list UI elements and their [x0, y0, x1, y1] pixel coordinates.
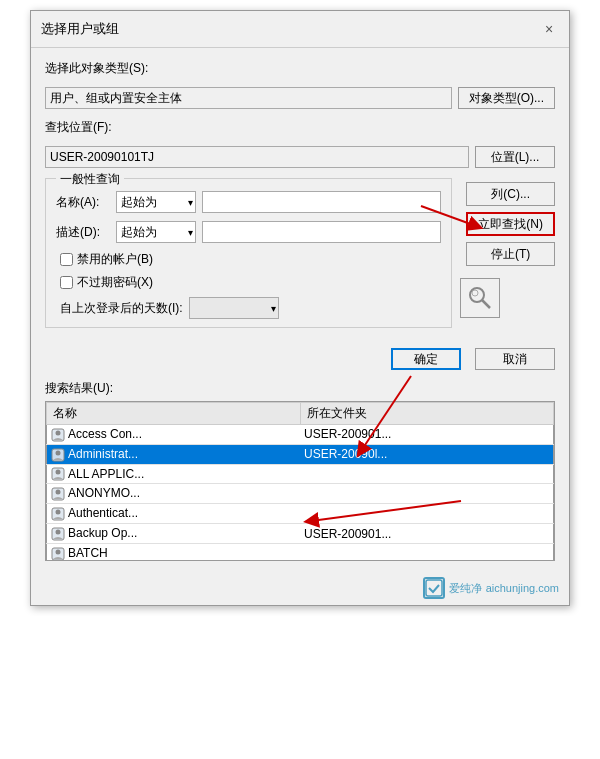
- results-label: 搜索结果(U):: [45, 380, 555, 397]
- location-input[interactable]: [45, 146, 469, 168]
- disabled-checkbox[interactable]: [60, 253, 73, 266]
- svg-point-8: [56, 470, 61, 475]
- dialog-body: 选择此对象类型(S): 对象类型(O)... 查找位置(F): 位置(L)...…: [31, 48, 569, 573]
- results-tbody: Access Con...USER-200901...Administrat..…: [47, 425, 554, 562]
- table-row[interactable]: Administrat...USER-20090l...: [47, 444, 554, 464]
- svg-point-12: [56, 510, 61, 515]
- table-row[interactable]: Backup Op...USER-200901...: [47, 524, 554, 544]
- select-user-dialog: 选择用户或组 × 选择此对象类型(S): 对象类型(O)... 查找位置(F):…: [30, 10, 570, 606]
- col-name-header: 名称: [47, 403, 301, 425]
- ok-button[interactable]: 确定: [391, 348, 461, 370]
- name-input[interactable]: [202, 191, 441, 213]
- location-button[interactable]: 位置(L)...: [475, 146, 555, 168]
- name-label: 名称(A):: [56, 194, 116, 211]
- cancel-button[interactable]: 取消: [475, 348, 555, 370]
- results-table: 名称 所在文件夹 Access Con...USER-200901...Admi…: [46, 402, 554, 561]
- disabled-checkbox-row: 禁用的帐户(B): [56, 251, 441, 268]
- cell-folder: [300, 464, 554, 484]
- cell-name: Authenticat...: [47, 504, 301, 524]
- magnifier-icon: [466, 284, 494, 312]
- watermark-area: 爱纯净 aichunjing.com: [31, 573, 569, 605]
- name-row: 名称(A): 起始为: [56, 191, 441, 213]
- svg-point-16: [56, 549, 61, 554]
- cell-folder: USER-200901...: [300, 524, 554, 544]
- desc-condition-select[interactable]: 起始为: [116, 221, 196, 243]
- days-select[interactable]: [189, 297, 279, 319]
- desc-condition-wrapper: 起始为: [116, 221, 196, 243]
- cell-folder: USER-20090l...: [300, 444, 554, 464]
- object-type-button[interactable]: 对象类型(O)...: [458, 87, 555, 109]
- desc-row: 描述(D): 起始为: [56, 221, 441, 243]
- days-row: 自上次登录后的天数(I):: [56, 297, 441, 319]
- col-folder-header: 所在文件夹: [300, 403, 554, 425]
- svg-point-2: [472, 290, 478, 296]
- disabled-label: 禁用的帐户(B): [77, 251, 153, 268]
- object-type-input-row: 对象类型(O)...: [45, 87, 555, 109]
- ok-cancel-row: 确定 取消: [45, 348, 555, 370]
- watermark-text: 爱纯净: [449, 581, 482, 596]
- col-button[interactable]: 列(C)...: [466, 182, 555, 206]
- watermark-icon: [423, 577, 445, 599]
- watermark-url: aichunjing.com: [486, 582, 559, 594]
- table-row[interactable]: ANONYMO...: [47, 484, 554, 504]
- name-condition-select[interactable]: 起始为: [116, 191, 196, 213]
- location-label-row: 查找位置(F):: [45, 119, 555, 136]
- cell-name: BATCH: [47, 543, 301, 561]
- close-button[interactable]: ×: [539, 19, 559, 39]
- close-icon: ×: [545, 21, 553, 37]
- svg-point-14: [56, 529, 61, 534]
- noexpire-label: 不过期密码(X): [77, 274, 153, 291]
- table-row[interactable]: Access Con...USER-200901...: [47, 425, 554, 445]
- table-header-row: 名称 所在文件夹: [47, 403, 554, 425]
- cell-name: Backup Op...: [47, 524, 301, 544]
- cell-name: ANONYMO...: [47, 484, 301, 504]
- general-query-inner: 名称(A): 起始为 描述(D):: [56, 187, 441, 319]
- svg-point-6: [56, 450, 61, 455]
- location-input-row: 位置(L)...: [45, 146, 555, 168]
- title-bar: 选择用户或组 ×: [31, 11, 569, 48]
- brand-icon: [425, 579, 443, 597]
- noexpire-checkbox-row: 不过期密码(X): [56, 274, 441, 291]
- cell-name: Access Con...: [47, 425, 301, 445]
- days-label: 自上次登录后的天数(I):: [60, 300, 183, 317]
- table-row[interactable]: BATCH: [47, 543, 554, 561]
- cell-folder: USER-200901...: [300, 425, 554, 445]
- object-type-row: 选择此对象类型(S):: [45, 60, 555, 77]
- general-query-title: 一般性查询: [56, 171, 124, 188]
- cell-name: Administrat...: [47, 444, 301, 464]
- cell-folder: [300, 504, 554, 524]
- cell-name: ALL APPLIC...: [47, 464, 301, 484]
- days-select-wrapper: [189, 297, 279, 319]
- svg-line-1: [482, 300, 490, 308]
- desc-label: 描述(D):: [56, 224, 116, 241]
- svg-rect-27: [426, 580, 442, 596]
- svg-point-10: [56, 490, 61, 495]
- results-section: 搜索结果(U): 名称 所在文件夹 Access Con...USER-2009…: [45, 380, 555, 561]
- object-type-label: 选择此对象类型(S):: [45, 60, 148, 77]
- stop-button[interactable]: 停止(T): [466, 242, 555, 266]
- desc-input[interactable]: [202, 221, 441, 243]
- general-query-section: 一般性查询 名称(A): 起始为: [45, 178, 452, 328]
- object-type-input[interactable]: [45, 87, 452, 109]
- results-scroll[interactable]: 名称 所在文件夹 Access Con...USER-200901...Admi…: [45, 401, 555, 561]
- dialog-title: 选择用户或组: [41, 20, 119, 38]
- find-now-button[interactable]: 立即查找(N): [466, 212, 555, 236]
- name-condition-wrapper: 起始为: [116, 191, 196, 213]
- location-label: 查找位置(F):: [45, 119, 112, 136]
- table-row[interactable]: Authenticat...: [47, 504, 554, 524]
- cell-folder: [300, 543, 554, 561]
- svg-point-4: [56, 430, 61, 435]
- noexpire-checkbox[interactable]: [60, 276, 73, 289]
- table-row[interactable]: ALL APPLIC...: [47, 464, 554, 484]
- cell-folder: [300, 484, 554, 504]
- search-icon-button[interactable]: [460, 278, 500, 318]
